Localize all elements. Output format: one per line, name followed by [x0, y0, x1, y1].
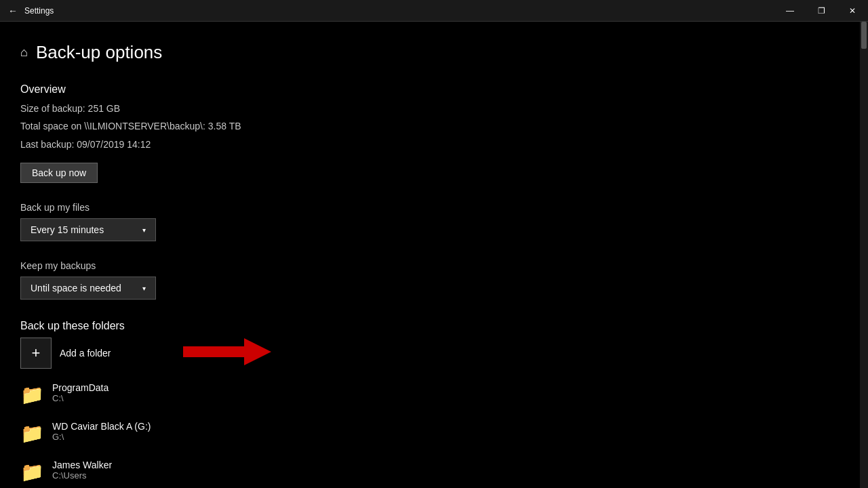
back-up-folders-title: Back up these folders [20, 320, 840, 332]
folder-icon: 📁 [20, 384, 44, 406]
folder-name: WD Caviar Black A (G:) [52, 421, 151, 432]
list-item[interactable]: 📁 WD Caviar Black A (G:) G:\ [20, 418, 840, 447]
total-space: Total space on \\ILMIONTSERVER\backup\: … [20, 119, 840, 134]
keep-backups-dropdown[interactable]: Until space is needed ▾ [20, 277, 156, 300]
back-up-my-files-section: Back up my files Every 15 minutes ▾ [20, 202, 840, 241]
minimize-button[interactable]: — [774, 0, 806, 22]
content-wrapper: ⌂ Back-up options Overview Size of backu… [0, 22, 868, 488]
scrollbar-thumb[interactable] [861, 22, 867, 49]
page-header: ⌂ Back-up options [20, 42, 840, 63]
keep-my-backups-label: Keep my backups [20, 260, 840, 271]
folder-info: WD Caviar Black A (G:) G:\ [52, 421, 151, 442]
title-bar: ← Settings — ❐ ✕ [0, 0, 868, 22]
title-bar-back-button[interactable]: ← [8, 5, 18, 16]
list-item[interactable]: 📁 James Walker C:\Users [20, 457, 840, 486]
title-bar-title: Settings [24, 6, 54, 16]
main-content: ⌂ Back-up options Overview Size of backu… [0, 22, 860, 488]
back-up-my-files-label: Back up my files [20, 202, 840, 213]
keep-backups-value: Until space is needed [31, 283, 121, 293]
folder-icon: 📁 [20, 422, 44, 445]
overview-section: Overview Size of backup: 251 GB Total sp… [20, 83, 840, 202]
keep-my-backups-section: Keep my backups Until space is needed ▾ [20, 260, 840, 300]
last-backup: Last backup: 09/07/2019 14:12 [20, 137, 840, 152]
folder-path: C:\Users [52, 470, 112, 481]
folder-icon: 📁 [20, 461, 44, 483]
restore-button[interactable]: ❐ [806, 0, 837, 22]
add-folder-row: + Add a folder [20, 338, 840, 369]
title-bar-controls: — ❐ ✕ [774, 0, 868, 22]
folder-name: ProgramData [52, 382, 108, 393]
folder-name: James Walker [52, 460, 112, 470]
back-up-now-button[interactable]: Back up now [20, 163, 98, 183]
red-arrow [183, 338, 271, 368]
keep-backups-arrow: ▾ [142, 285, 146, 292]
add-folder-label: Add a folder [60, 348, 111, 359]
svg-marker-0 [183, 338, 271, 365]
size-of-backup: Size of backup: 251 GB [20, 101, 840, 116]
folder-path: G:\ [52, 432, 151, 442]
page-title: Back-up options [36, 42, 162, 63]
back-up-frequency-dropdown[interactable]: Every 15 minutes ▾ [20, 218, 156, 241]
back-up-frequency-arrow: ▾ [142, 226, 146, 234]
home-icon[interactable]: ⌂ [20, 45, 28, 60]
scrollbar[interactable] [860, 22, 868, 488]
close-button[interactable]: ✕ [837, 0, 868, 22]
back-up-frequency-value: Every 15 minutes [31, 224, 104, 235]
folder-path: C:\ [52, 393, 108, 403]
overview-title: Overview [20, 83, 840, 96]
folder-info: James Walker C:\Users [52, 460, 112, 481]
folder-info: ProgramData C:\ [52, 382, 108, 403]
add-folder-button[interactable]: + [20, 338, 52, 369]
list-item[interactable]: 📁 ProgramData C:\ [20, 380, 840, 409]
back-up-folders-section: Back up these folders + Add a folder 📁 P… [20, 320, 840, 486]
